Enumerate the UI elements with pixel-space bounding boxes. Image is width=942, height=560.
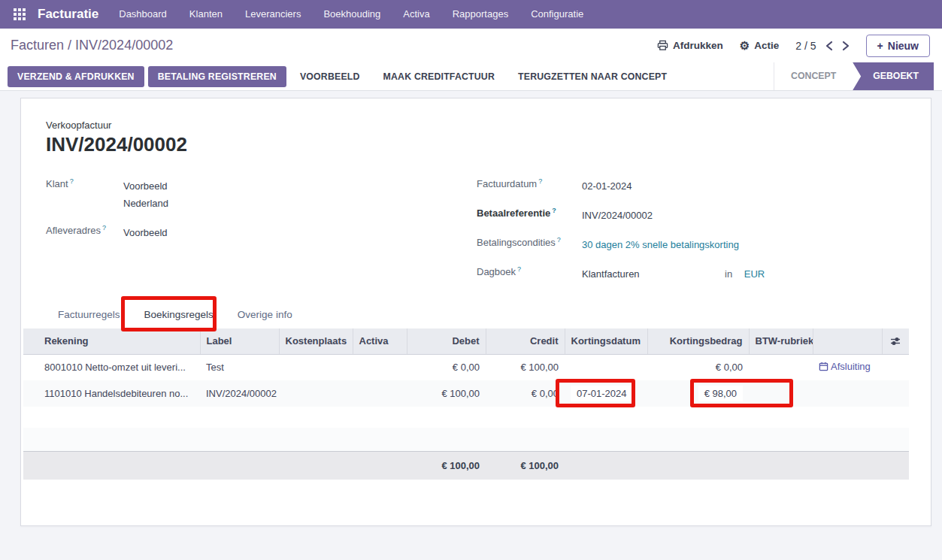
control-panel: Facturen / INV/2024/00002 Afdrukken ⚙ Ac… bbox=[0, 29, 942, 62]
field-betalingscondities: Betalingscondities? 30 dagen 2% snelle b… bbox=[477, 236, 838, 253]
page-title: INV/2024/00002 bbox=[46, 133, 187, 156]
klant-country: Nederland bbox=[123, 198, 168, 209]
credit-note-button[interactable]: MAAK CREDITFACTUUR bbox=[374, 66, 504, 87]
pager-count[interactable]: 2 / 5 bbox=[795, 40, 816, 52]
col-debet[interactable]: Debet bbox=[407, 328, 486, 354]
nav-item-boekhouding[interactable]: Boekhouding bbox=[312, 0, 392, 29]
col-activa[interactable]: Activa bbox=[353, 328, 407, 354]
afleveradres-value[interactable]: Voorbeeld bbox=[123, 224, 362, 241]
cell-debet: € 0,00 bbox=[407, 354, 486, 380]
help-icon: ? bbox=[538, 177, 542, 185]
cell-action bbox=[813, 380, 882, 407]
breadcrumb-parent[interactable]: Facturen bbox=[11, 38, 64, 53]
factuurdatum-value[interactable]: 02-01-2024 bbox=[582, 177, 838, 195]
dagboek-value-wrap: Klantfacturen in EUR bbox=[582, 265, 838, 283]
field-factuurdatum: Factuurdatum? 02-01-2024 bbox=[477, 177, 838, 195]
help-icon: ? bbox=[557, 236, 561, 244]
optional-columns-toggle[interactable] bbox=[882, 328, 909, 354]
document-type: Verkoopfactuur bbox=[46, 120, 111, 131]
empty-row bbox=[23, 407, 909, 428]
col-kortingsbedrag[interactable]: Kortingsbedrag bbox=[647, 328, 749, 354]
afsluiting-link[interactable]: Afsluiting bbox=[819, 361, 871, 372]
new-button[interactable]: + Nieuw bbox=[866, 35, 930, 57]
status-geboekt[interactable]: GEBOEKT bbox=[853, 62, 934, 90]
register-payment-button[interactable]: BETALING REGISTREREN bbox=[148, 66, 286, 87]
totals-row: € 100,00 € 100,00 bbox=[23, 451, 909, 480]
cell-label: Test bbox=[200, 354, 279, 380]
control-panel-right: Afdrukken ⚙ Actie 2 / 5 + Nieuw bbox=[657, 35, 930, 57]
nav-item-klanten[interactable]: Klanten bbox=[178, 0, 234, 29]
statusbar: CONCEPT GEBOEKT bbox=[774, 62, 934, 90]
nav-item-rapportages[interactable]: Rapportages bbox=[441, 0, 519, 29]
pager: 2 / 5 bbox=[795, 40, 849, 52]
cell-rekening: 8001010 Netto-omzet uit leveri... bbox=[23, 354, 200, 380]
field-klant: Klant? Voorbeeld Nederland bbox=[46, 177, 362, 212]
klant-value[interactable]: Voorbeeld Nederland bbox=[123, 177, 362, 212]
currency-in-label: in bbox=[725, 268, 732, 280]
col-btw-rubriek[interactable]: BTW-rubriek bbox=[749, 328, 813, 354]
nav-item-dashboard[interactable]: Dashboard bbox=[108, 0, 178, 29]
cell-kortingsbedrag: € 98,00 bbox=[647, 380, 749, 407]
factuurdatum-label: Factuurdatum? bbox=[477, 177, 582, 195]
app-name[interactable]: Facturatie bbox=[38, 7, 98, 22]
cell-kostenplaats bbox=[279, 380, 353, 407]
cell-kostenplaats bbox=[279, 354, 353, 380]
klant-name[interactable]: Voorbeeld bbox=[123, 180, 168, 192]
notebook-tabs: Factuurregels Boekingsregels Overige inf… bbox=[46, 301, 304, 328]
help-icon: ? bbox=[552, 207, 556, 214]
field-dagboek: Dagboek? Klantfacturen in EUR bbox=[477, 265, 838, 283]
col-rekening[interactable]: Rekening bbox=[23, 328, 200, 354]
table-row[interactable]: 1101010 Handelsdebiteuren no... INV/2024… bbox=[23, 380, 909, 407]
print-button[interactable]: Afdrukken bbox=[657, 40, 723, 51]
breadcrumb-current: INV/2024/00002 bbox=[75, 38, 173, 53]
status-concept[interactable]: CONCEPT bbox=[774, 62, 853, 90]
printer-icon bbox=[657, 40, 668, 51]
table-row[interactable]: 8001010 Netto-omzet uit leveri... Test €… bbox=[23, 354, 909, 380]
cell-activa bbox=[353, 380, 407, 407]
dagboek-label: Dagboek? bbox=[477, 265, 582, 283]
betaalreferentie-value[interactable]: INV/2024/00002 bbox=[582, 207, 838, 224]
gear-icon: ⚙ bbox=[740, 40, 750, 51]
cell-kortingsdatum: 07-01-2024 bbox=[565, 380, 647, 407]
cell-label: INV/2024/00002 bbox=[200, 380, 279, 407]
reset-to-draft-button[interactable]: TERUGZETTEN NAAR CONCEPT bbox=[508, 66, 677, 87]
apps-menu-icon[interactable] bbox=[14, 8, 26, 20]
empty-row bbox=[23, 428, 909, 451]
col-kortingsdatum[interactable]: Kortingsdatum bbox=[565, 328, 647, 354]
afleveradres-label: Afleveradres? bbox=[46, 224, 123, 241]
journal-items-table: Rekening Label Kostenplaats Activa Debet… bbox=[23, 328, 909, 480]
betalingscondities-value[interactable]: 30 dagen 2% snelle betalingskorting bbox=[582, 236, 838, 253]
breadcrumb-separator: / bbox=[68, 38, 71, 53]
col-label[interactable]: Label bbox=[200, 328, 279, 354]
kortingsbedrag-highlighted-value: € 98,00 bbox=[698, 386, 743, 401]
cell-credit: € 100,00 bbox=[486, 354, 565, 380]
total-debet: € 100,00 bbox=[407, 451, 486, 480]
content-area: Verkoopfactuur INV/2024/00002 Klant? Voo… bbox=[0, 91, 942, 560]
cell-activa bbox=[353, 354, 407, 380]
nav-item-configuratie[interactable]: Configuratie bbox=[519, 0, 595, 29]
pager-previous-icon[interactable] bbox=[825, 41, 833, 51]
currency-wrap: in EUR bbox=[725, 265, 765, 283]
dagboek-value[interactable]: Klantfacturen bbox=[582, 268, 640, 280]
nav-item-leveranciers[interactable]: Leveranciers bbox=[234, 0, 312, 29]
tab-factuurregels[interactable]: Factuurregels bbox=[46, 301, 132, 328]
cell-rekening: 1101010 Handelsdebiteuren no... bbox=[23, 380, 200, 407]
total-credit: € 100,00 bbox=[486, 451, 565, 480]
help-icon: ? bbox=[517, 265, 521, 273]
table-header-row: Rekening Label Kostenplaats Activa Debet… bbox=[23, 328, 909, 354]
pager-next-icon[interactable] bbox=[842, 41, 850, 51]
action-bar: VERZEND & AFDRUKKEN BETALING REGISTREREN… bbox=[0, 62, 942, 91]
kortingsdatum-highlighted-value: 07-01-2024 bbox=[571, 386, 633, 401]
nav-item-activa[interactable]: Activa bbox=[392, 0, 441, 29]
col-credit[interactable]: Credit bbox=[486, 328, 565, 354]
tab-overige-info[interactable]: Overige info bbox=[226, 301, 304, 328]
send-print-button[interactable]: VERZEND & AFDRUKKEN bbox=[8, 66, 144, 87]
preview-button[interactable]: VOORBEELD bbox=[290, 66, 370, 87]
action-menu-button[interactable]: ⚙ Actie bbox=[740, 40, 779, 51]
col-kostenplaats[interactable]: Kostenplaats bbox=[279, 328, 353, 354]
breadcrumb: Facturen / INV/2024/00002 bbox=[11, 38, 173, 53]
cell-kortingsbedrag: € 0,00 bbox=[647, 354, 749, 380]
new-label: Nieuw bbox=[888, 40, 919, 52]
currency-value[interactable]: EUR bbox=[744, 268, 765, 280]
tab-boekingsregels[interactable]: Boekingsregels bbox=[132, 301, 226, 328]
